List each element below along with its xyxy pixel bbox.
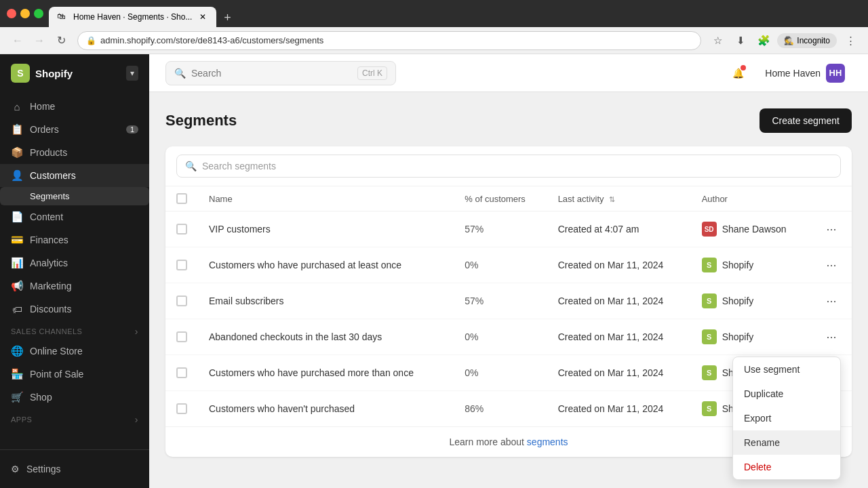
select-all-checkbox[interactable] [176, 193, 187, 204]
name-col-header: Name [198, 186, 454, 211]
menu-btn[interactable]: ⋮ [841, 31, 860, 50]
finances-icon: 💳 [11, 234, 23, 246]
use-segment-item[interactable]: Use segment [733, 357, 840, 382]
forward-btn[interactable]: → [30, 31, 49, 50]
row-checkbox[interactable] [176, 367, 187, 378]
sidebar-item-home[interactable]: ⌂ Home [0, 95, 149, 118]
tab-close-icon[interactable]: ✕ [197, 12, 208, 22]
row-checkbox[interactable] [176, 403, 187, 414]
last-activity-cell: Created on Mar 11, 2024 [547, 355, 691, 391]
table-row: VIP customers 57% Created at 4:07 am SD … [165, 211, 852, 247]
rename-item[interactable]: Rename [733, 430, 840, 455]
pct-cell: 0% [454, 319, 547, 355]
shopify-author-icon: S [702, 258, 717, 272]
store-name: Home Haven [765, 68, 821, 79]
more-options-btn[interactable]: ··· [822, 291, 841, 310]
discounts-icon: 🏷 [11, 303, 23, 315]
shop-icon: 🛒 [11, 391, 23, 403]
sidebar-item-label: Customers [30, 170, 76, 181]
shopify-author-icon: S [702, 329, 717, 344]
sidebar-item-point-of-sale[interactable]: 🏪 Point of Sale [0, 363, 149, 386]
sidebar-nav: ⌂ Home 📋 Orders 1 📦 Products 👤 Customers… [0, 92, 149, 449]
row-checkbox[interactable] [176, 331, 187, 342]
context-dropdown-menu: Use segment Duplicate Export Rename Dele… [732, 357, 841, 480]
sidebar-item-discounts[interactable]: 🏷 Discounts [0, 298, 149, 321]
sidebar-item-analytics[interactable]: 📊 Analytics [0, 251, 149, 274]
new-tab-btn[interactable]: + [218, 8, 237, 27]
row-checkbox[interactable] [176, 296, 187, 306]
incognito-btn[interactable]: 🕵 Incognito [777, 33, 837, 48]
bookmark-btn[interactable]: ☆ [708, 31, 727, 50]
settings-item[interactable]: ⚙ Settings [11, 458, 138, 480]
main-content: 🔍 Ctrl K 🔔 Home Haven HH Seg [149, 54, 868, 488]
url-bar[interactable]: 🔒 admin.shopify.com/store/de8143-a6/cust… [77, 31, 701, 50]
pct-cell: 0% [454, 247, 547, 283]
store-initials: HH [829, 68, 842, 78]
segments-link[interactable]: segments [527, 436, 568, 447]
sidebar-item-shop[interactable]: 🛒 Shop [0, 386, 149, 409]
more-options-btn[interactable]: ··· [822, 220, 841, 239]
actions-cell: ··· [811, 319, 852, 355]
incognito-label: Incognito [797, 36, 830, 45]
export-item[interactable]: Export [733, 406, 840, 430]
pct-col-header: % of customers [454, 186, 547, 211]
pct-cell: 0% [454, 355, 547, 391]
delete-item[interactable]: Delete [733, 455, 840, 479]
more-options-btn[interactable]: ··· [822, 327, 841, 346]
maximize-window-btn[interactable] [34, 9, 43, 18]
home-icon: ⌂ [11, 100, 23, 113]
sidebar-item-content[interactable]: 📄 Content [0, 205, 149, 228]
store-btn[interactable]: Home Haven HH [758, 60, 852, 87]
store-selector-btn[interactable]: ▾ [126, 66, 138, 81]
table-search-input: 🔍 Search segments [176, 155, 841, 178]
sales-channels-section: Sales channels › [0, 321, 149, 340]
sidebar-item-label: Shop [30, 392, 52, 403]
actions-cell: ··· [811, 247, 852, 283]
actions-cell: ··· [811, 283, 852, 319]
sidebar-item-finances[interactable]: 💳 Finances [0, 228, 149, 251]
extensions-btn[interactable]: 🧩 [754, 31, 773, 50]
author-cell: S Shopify [691, 247, 811, 283]
sidebar-item-label: Orders [30, 124, 59, 135]
apps-arrow[interactable]: › [135, 414, 138, 425]
row-checkbox-cell [165, 355, 198, 391]
sidebar-item-online-store[interactable]: 🌐 Online Store [0, 340, 149, 363]
apps-label: Apps [11, 415, 32, 424]
segments-table-card: 🔍 Search segments Name % of customers [165, 146, 852, 457]
duplicate-item[interactable]: Duplicate [733, 382, 840, 406]
sidebar-item-orders[interactable]: 📋 Orders 1 [0, 118, 149, 141]
shopify-logo[interactable]: S Shopify [11, 64, 73, 83]
download-btn[interactable]: ⬇ [731, 31, 750, 50]
online-store-icon: 🌐 [11, 345, 23, 357]
page-content: Segments Create segment 🔍 Search segment… [149, 92, 868, 488]
table-search-bar[interactable]: 🔍 Search segments [165, 146, 852, 186]
more-options-btn[interactable]: ··· [822, 256, 841, 274]
last-activity-cell: Created on Mar 11, 2024 [547, 283, 691, 319]
sidebar-sub-item-segments[interactable]: Segments [0, 187, 149, 205]
sidebar-item-marketing[interactable]: 📢 Marketing [0, 274, 149, 298]
sales-channels-arrow[interactable]: › [135, 326, 138, 337]
close-window-btn[interactable] [7, 9, 16, 18]
search-bar[interactable]: 🔍 Ctrl K [165, 61, 396, 85]
active-tab[interactable]: 🛍 Home Haven · Segments · Sho... ✕ [49, 7, 216, 27]
table-search-icon: 🔍 [185, 161, 197, 171]
refresh-btn[interactable]: ↻ [52, 31, 71, 50]
segment-name-cell: Abandoned checkouts in the last 30 days [198, 319, 454, 355]
topbar: 🔍 Ctrl K 🔔 Home Haven HH [149, 54, 868, 92]
create-segment-button[interactable]: Create segment [760, 108, 852, 133]
row-checkbox[interactable] [176, 224, 187, 235]
search-icon: 🔍 [174, 68, 186, 79]
sidebar-item-customers[interactable]: 👤 Customers [0, 164, 149, 187]
row-checkbox-cell [165, 283, 198, 319]
pct-cell: 57% [454, 283, 547, 319]
sort-icon[interactable]: ⇅ [609, 195, 615, 203]
back-btn[interactable]: ← [8, 31, 27, 50]
orders-icon: 📋 [11, 123, 23, 136]
notifications-btn[interactable]: 🔔 [726, 61, 750, 85]
minimize-window-btn[interactable] [20, 9, 30, 18]
row-checkbox[interactable] [176, 260, 187, 270]
sidebar-item-products[interactable]: 📦 Products [0, 141, 149, 164]
search-input[interactable] [191, 68, 352, 79]
incognito-icon: 🕵 [784, 36, 794, 45]
tab-favicon: 🛍 [57, 12, 68, 22]
